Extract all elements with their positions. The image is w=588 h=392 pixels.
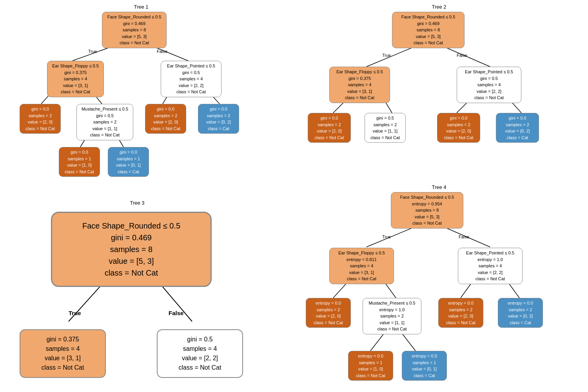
tree1-container: Tree 1 True False Face Shape_Rounded ≤ 0… [12,4,270,192]
tree1-lmr: gini = 0.0samples = 1value = [0, 1]class… [108,147,149,177]
tree2-title: Tree 2 [298,4,580,10]
tree4-lm: Mustache_Present ≤ 0.5entropy = 1.0sampl… [363,298,421,334]
tree4-rr: entropy = 0.0samples = 2value = [0, 2]cl… [498,298,543,328]
tree3-false-label: False [169,310,183,316]
tree1-root: Face Shape_Rounded ≤ 0.5gini = 0.469samp… [102,12,167,48]
tree2-ll: gini = 0.0samples = 2value = [2, 0]class… [308,113,351,143]
tree4-left1: Ear Shape_Floppy ≤ 0.5entropy = 0.811sam… [329,248,394,284]
tree1-false-label: False [157,49,167,54]
svg-line-17 [367,227,416,247]
tree2-lm: gini = 0.5samples = 2value = [1, 1]class… [365,113,406,143]
tree3-right: gini = 0.5samples = 4value = [2, 2]class… [157,329,243,378]
tree4-true-label: True [382,234,391,239]
tree4-rl: entropy = 0.0samples = 2value = [2, 0]cl… [438,298,483,328]
tree1-left1: Ear Shape_Floppy ≤ 0.5gini = 0.375sample… [47,61,104,97]
tree4-lml: entropy = 0.0samples = 1value = [1, 0]cl… [348,351,393,381]
tree1-lm: Mustache_Present ≤ 0.5gini = 0.5samples … [76,104,133,140]
tree1-lml: gini = 0.0samples = 1value = [1, 0]class… [59,147,100,177]
tree2-true-label: True [382,53,391,58]
tree3-title: Tree 3 [12,200,263,206]
tree4-false-label: False [459,234,469,239]
tree4-ll: entropy = 0.0samples = 2value = [2, 0]cl… [306,298,351,328]
tree2-root: Face Shape_Rounded ≤ 0.5gini = 0.469samp… [392,12,465,48]
tree2-false-label: False [457,53,467,58]
tree3-left: gini = 0.375samples = 4value = [3, 1]cla… [20,329,106,378]
tree2-right1: Ear Shape_Pointed ≤ 0.5gini = 0.5samples… [457,67,521,103]
tree2-rl: gini = 0.0samples = 2value = [2, 0]class… [437,113,480,143]
svg-line-8 [367,46,416,67]
tree1-true-label: True [88,49,97,54]
svg-line-23 [370,333,384,351]
tree1-right1: Ear Shape_Pointed ≤ 0.5gini = 0.5samples… [161,61,221,97]
svg-line-24 [402,333,416,351]
tree2-rr: gini = 0.0samples = 2value = [0, 2]class… [496,113,539,143]
tree4-lmr: entropy = 0.0samples = 1value = [0, 1]cl… [402,351,447,381]
tree1-rr: gini = 0.0samples = 2value = [0, 2]class… [198,104,239,134]
tree3-true-label: True [69,310,81,316]
tree3-root: Face Shape_Rounded ≤ 0.5gini = 0.469samp… [51,212,212,287]
tree1-title: Tree 1 [12,4,270,10]
tree4-right1: Ear Shape_Pointed ≤ 0.5entropy = 1.0samp… [458,248,523,284]
tree4-root: Face Shape_Rounded ≤ 0.5entropy = 0.954s… [391,192,463,229]
tree1-ll: gini = 0.0samples = 2value = [2, 0]class… [20,104,61,134]
tree3-container: Tree 3 True False Face Shape_Rounded ≤ 0… [12,200,263,388]
tree4-container: Tree 4 True False Face Shape_Rounded ≤ 0… [298,184,580,392]
tree1-rl: gini = 0.0samples = 2value = [2, 0]class… [145,104,186,134]
tree2-container: Tree 2 True False Face Shape_Rounded ≤ 0… [298,4,580,192]
tree2-left1: Ear Shape_Floppy ≤ 0.5gini = 0.375sample… [329,67,390,103]
tree4-title: Tree 4 [298,184,580,190]
